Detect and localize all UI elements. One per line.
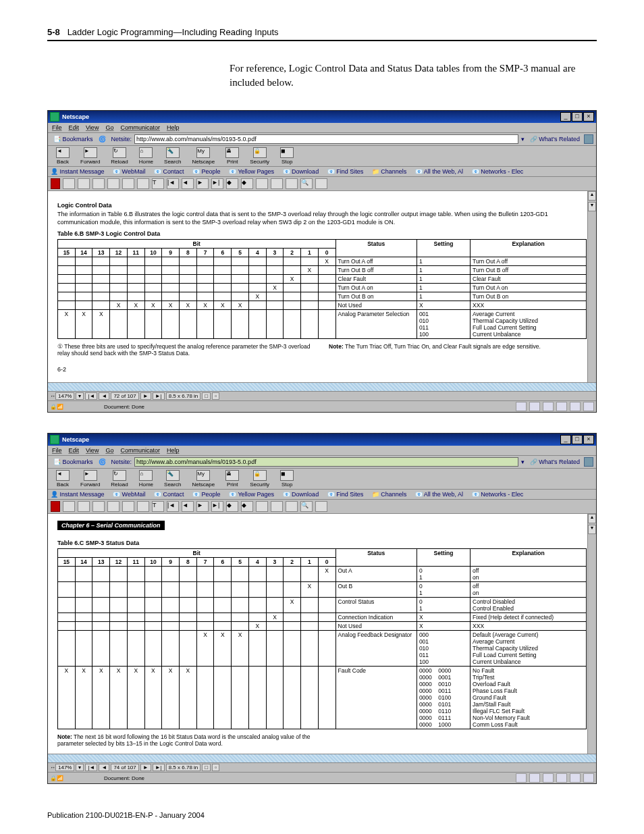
titlebar: Netscape _□× <box>48 111 596 123</box>
window-buttons[interactable]: _□× <box>560 112 594 122</box>
h-scrollbar[interactable] <box>48 382 596 391</box>
pdf-status-bar: ↔ 147%▾ |◄◄ 72 of 107 ►►| 8.5 x 6.78 in … <box>48 391 596 400</box>
nav-toolbar: ◄Back ►Forward ↻Reload ⌂Home 🔦Search MyN… <box>48 146 596 167</box>
status-data-table: BitStatusSettingExplanation1514131211109… <box>57 548 587 729</box>
section-desc: The information in Table 6.B illustrates… <box>57 211 587 226</box>
browser-window-2: Netscape_□× FileEditViewGoCommunicatorHe… <box>47 433 597 784</box>
browser-status-bar: 🔒📶 Document: Done <box>48 400 596 412</box>
page-header: 5-8 Ladder Logic Programming—Including R… <box>47 27 279 37</box>
security-button[interactable]: 🔒Security <box>250 147 269 165</box>
table-note: Note: The Turn Triac Off, Turn Triac On,… <box>329 343 587 357</box>
bookmarks-button[interactable]: 📑 Bookmarks <box>53 136 93 142</box>
menu-bar[interactable]: FileEditViewGoCommunicatorHelp <box>48 123 596 133</box>
table-note: Note: The next 16 bit word following the… <box>57 733 314 747</box>
v-scrollbar[interactable]: ▲▼ <box>587 191 596 382</box>
window-title: Netscape <box>62 113 560 120</box>
print-button[interactable]: 🖶Print <box>225 147 239 165</box>
stop-button[interactable]: ◼Stop <box>280 147 294 165</box>
table-caption: Table 6.C SMP-3 Status Data <box>57 540 587 546</box>
netscape-button[interactable]: MyNetscape <box>192 147 215 165</box>
search-button[interactable]: 🔦Search <box>164 147 181 165</box>
publication-footer: Publication 2100-DU021B-EN-P - January 2… <box>47 811 597 819</box>
doc-page-number: 6-2 <box>57 366 587 373</box>
section-heading: Logic Control Data <box>57 202 587 209</box>
pdf-toolbar[interactable]: T|◄◄►►| ◆◆ 🔍 <box>48 177 596 191</box>
reload-button[interactable]: ↻Reload <box>111 147 128 165</box>
back-button[interactable]: ◄Back <box>56 147 70 165</box>
logic-control-table: BitStatusSettingExplanation1514131211109… <box>57 239 587 339</box>
chapter-header: Chapter 6 – Serial Communication <box>57 521 165 530</box>
browser-window-1: Netscape _□× FileEditViewGoCommunicatorH… <box>47 110 597 413</box>
component-bar[interactable] <box>516 402 594 411</box>
home-button[interactable]: ⌂Home <box>139 147 153 165</box>
forward-button[interactable]: ►Forward <box>80 147 100 165</box>
netscape-icon <box>50 112 59 122</box>
personal-toolbar[interactable]: 👤 Instant Message 📧 WebMail 📧 Contact 📧 … <box>48 167 596 177</box>
url-input[interactable] <box>134 134 518 144</box>
intro-text: For reference, Logic Control Data and St… <box>230 61 597 90</box>
acrobat-icon <box>51 178 60 189</box>
location-bar: 📑 Bookmarks 🌀 Netsite: ▾ 🔗 What's Relate… <box>48 133 596 146</box>
table-caption: Table 6.B SMP-3 Logic Control Data <box>57 230 587 237</box>
header-rule <box>47 40 597 41</box>
table-footnote: ① These three bits are used to specify/r… <box>57 343 315 357</box>
whats-related[interactable]: 🔗 What's Related <box>530 136 580 142</box>
netscape-throbber-icon <box>584 134 593 144</box>
